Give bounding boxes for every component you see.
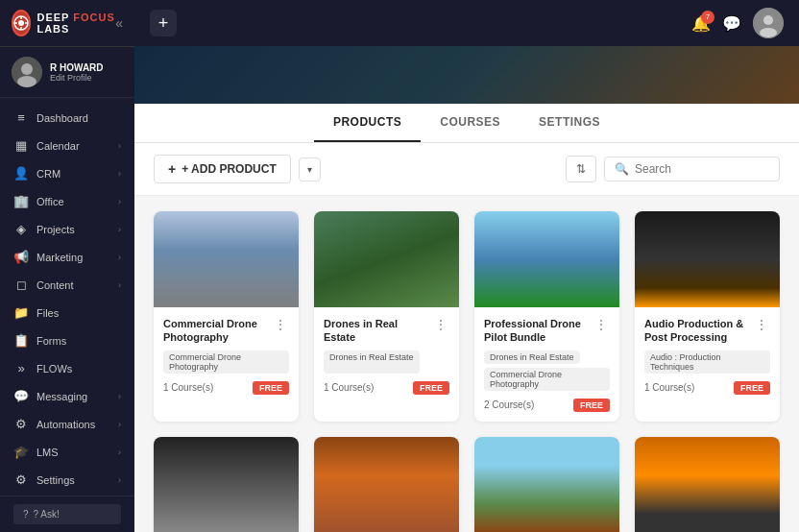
chevron-right-icon: ›	[118, 280, 121, 290]
sidebar-item-label: Files	[36, 307, 59, 319]
messages-button[interactable]: 💬	[722, 14, 741, 33]
marketing-icon: 📢	[13, 250, 29, 264]
product-title: Audio Production & Post Processing	[644, 317, 753, 345]
product-tags: Commercial Drone Photography	[163, 351, 289, 374]
more-options-button[interactable]: ⋮	[593, 317, 610, 332]
svg-point-10	[763, 15, 773, 25]
filter-button[interactable]: ⇅	[566, 156, 596, 182]
product-image	[314, 211, 459, 307]
sidebar-item-marketing[interactable]: 📢 Marketing ›	[0, 243, 134, 271]
product-image	[474, 437, 619, 532]
product-card: Professional Drone Pilot Bundle ⋮ Drones…	[474, 211, 619, 422]
more-options-button[interactable]: ⋮	[753, 317, 770, 332]
tag: Drones in Real Estate	[324, 351, 420, 374]
sidebar-header: DEEP FOCUS LABS «	[0, 0, 134, 47]
sidebar: DEEP FOCUS LABS « R HOWARD Edit Profile …	[0, 0, 134, 532]
chevron-right-icon: ›	[118, 141, 121, 151]
automations-icon: ⚙	[13, 417, 29, 431]
product-card: Commercial Drone Photography ⋮ Commercia…	[154, 211, 299, 422]
product-tags: Audio : Production Techniques	[644, 351, 770, 374]
plus-icon: +	[158, 13, 169, 34]
search-input[interactable]	[635, 162, 769, 176]
product-title: Drones in Real Estate	[324, 317, 432, 345]
calendar-icon: ▦	[13, 138, 29, 153]
sidebar-item-label: FLOWs	[36, 363, 72, 375]
product-card: The Practicing Photographer ⋮ FREE	[314, 437, 459, 532]
content-icon: ◻	[13, 278, 29, 292]
notification-button[interactable]: 🔔 7	[691, 14, 711, 33]
notification-badge: 7	[701, 11, 714, 24]
chevron-right-icon: ›	[118, 447, 121, 457]
sidebar-item-calendar[interactable]: ▦ Calendar ›	[0, 132, 134, 159]
product-image	[314, 437, 459, 532]
tab-products[interactable]: PRODUCTS	[314, 104, 421, 142]
sidebar-item-automations[interactable]: ⚙ Automations ›	[0, 410, 134, 438]
product-tags: Drones in Real Estate Commercial Drone P…	[484, 351, 610, 391]
tag: Audio : Production Techniques	[644, 351, 770, 374]
profile-avatar[interactable]	[753, 8, 784, 38]
svg-point-11	[760, 28, 777, 37]
sidebar-item-label: Calendar	[36, 140, 80, 152]
files-icon: 📁	[13, 305, 29, 320]
lms-icon: 🎓	[13, 445, 29, 459]
sidebar-item-files[interactable]: 📁 Files	[0, 299, 134, 326]
add-product-dropdown[interactable]: ▾	[299, 157, 321, 181]
courses-count: 1 Course(s)	[644, 382, 694, 393]
user-name: R HOWARD	[50, 62, 123, 73]
courses-count: 1 Course(s)	[163, 382, 213, 393]
more-options-button[interactable]: ⋮	[272, 317, 289, 332]
sidebar-item-messaging[interactable]: 💬 Messaging ›	[0, 382, 134, 410]
sidebar-item-crm[interactable]: 👤 CRM ›	[0, 159, 134, 187]
sidebar-item-label: Office	[36, 196, 64, 207]
new-button[interactable]: +	[150, 10, 177, 36]
free-badge: FREE	[413, 381, 449, 395]
ask-label: ? Ask!	[34, 509, 60, 520]
office-icon: 🏢	[13, 194, 29, 208]
product-card: Photography: Beginner Series ⋮ FREE	[635, 437, 780, 532]
product-card: Landscape Photography: Basics ⋮ FREE	[474, 437, 619, 532]
sidebar-item-lms[interactable]: 🎓 LMS ›	[0, 438, 134, 466]
add-product-button[interactable]: + + ADD PRODUCT	[154, 155, 291, 183]
crm-icon: 👤	[13, 166, 29, 181]
filter-icon: ⇅	[576, 162, 586, 176]
product-card: Cinematography Bundle ⋮ FREE	[154, 437, 299, 532]
sidebar-item-office[interactable]: 🏢 Office ›	[0, 187, 134, 215]
courses-count: 1 Course(s)	[324, 382, 374, 393]
tab-settings[interactable]: SETTINGS	[520, 104, 619, 142]
dashboard-icon: ≡	[13, 110, 29, 125]
search-box: 🔍	[604, 157, 780, 181]
product-image	[154, 211, 299, 307]
settings-icon: ⚙	[13, 472, 29, 487]
sidebar-item-label: Settings	[36, 474, 75, 486]
ask-icon: ?	[23, 509, 29, 520]
sidebar-item-projects[interactable]: ◈ Projects ›	[0, 215, 134, 243]
product-tags: Drones in Real Estate	[324, 351, 449, 374]
sidebar-item-settings[interactable]: ⚙ Settings ›	[0, 466, 134, 494]
chevron-right-icon: ›	[118, 197, 121, 206]
more-options-button[interactable]: ⋮	[432, 317, 449, 332]
user-section: R HOWARD Edit Profile	[0, 47, 134, 98]
sidebar-item-content[interactable]: ◻ Content ›	[0, 271, 134, 299]
topbar: + 🔔 7 💬	[134, 0, 799, 46]
sidebar-item-label: Messaging	[36, 391, 87, 402]
hero-banner	[134, 46, 799, 104]
main-area: + 🔔 7 💬 PRODU	[134, 0, 799, 532]
ask-button[interactable]: ? ? Ask!	[0, 496, 134, 532]
sidebar-item-flows[interactable]: » FLOWs	[0, 354, 134, 382]
chevron-right-icon: ›	[118, 225, 121, 234]
sidebar-item-label: CRM	[36, 168, 61, 180]
sidebar-item-label: Dashboard	[36, 112, 88, 124]
user-edit-link[interactable]: Edit Profile	[50, 73, 123, 83]
tab-courses[interactable]: COURSES	[421, 104, 520, 142]
messaging-icon: 💬	[13, 389, 29, 403]
plus-icon: +	[168, 161, 176, 177]
collapse-button[interactable]: «	[115, 15, 123, 31]
tag: Commercial Drone Photography	[163, 351, 289, 374]
sidebar-item-label: Projects	[36, 224, 75, 235]
product-image	[154, 437, 299, 532]
logo-icon	[12, 10, 31, 36]
sidebar-item-forms[interactable]: 📋 Forms	[0, 326, 134, 354]
sidebar-item-dashboard[interactable]: ≡ Dashboard	[0, 104, 134, 132]
logo-area: DEEP FOCUS LABS	[12, 10, 115, 36]
sidebar-item-label: LMS	[36, 447, 59, 458]
